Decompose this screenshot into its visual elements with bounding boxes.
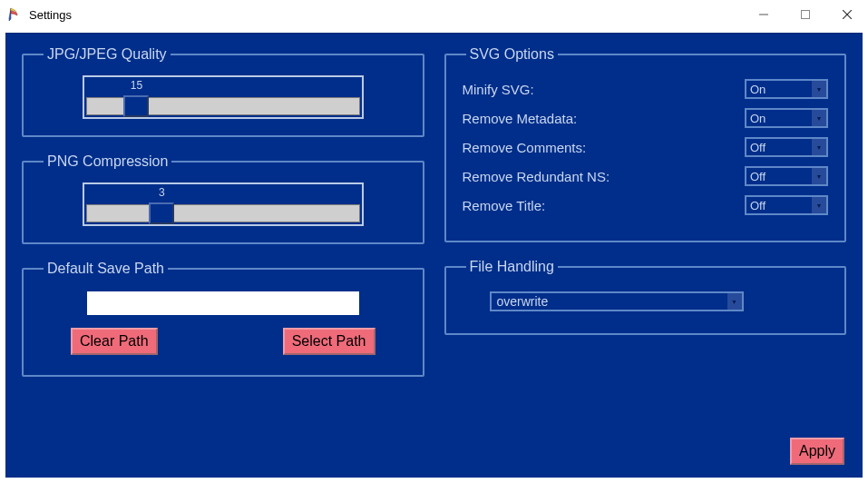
svg-remove-comments-row: Remove Comments: Off ▼	[463, 137, 829, 157]
client-area: JPG/JPEG Quality 15 PNG Compression 3	[5, 33, 863, 478]
png-compression-value: 3	[159, 186, 165, 199]
svg-remove-comments-label: Remove Comments:	[463, 140, 587, 155]
select-value: Off	[750, 141, 766, 154]
window-title: Settings	[29, 8, 72, 22]
svg-remove-comments-select[interactable]: Off ▼	[745, 137, 828, 157]
chevron-down-icon: ▼	[812, 81, 826, 97]
svg-remove-title-row: Remove Title: Off ▼	[463, 195, 829, 215]
select-value: overwrite	[497, 294, 549, 309]
close-button[interactable]	[826, 0, 868, 29]
svg-remove-redundant-ns-row: Remove Redundant NS: Off ▼	[463, 166, 829, 186]
jpg-quality-value: 15	[131, 79, 142, 92]
right-column: SVG Options Minify SVG: On ▼ Remove Meta…	[444, 46, 847, 393]
file-handling-select[interactable]: overwrite ▼	[490, 291, 744, 311]
svg-remove-title-select[interactable]: Off ▼	[745, 195, 828, 215]
chevron-down-icon: ▼	[812, 168, 826, 184]
jpg-quality-legend: JPG/JPEG Quality	[44, 46, 171, 63]
file-handling-legend: File Handling	[466, 259, 558, 275]
svg-remove-metadata-label: Remove Metadata:	[463, 111, 578, 126]
svg-rect-1	[802, 11, 810, 19]
minimize-button[interactable]	[743, 0, 785, 29]
chevron-down-icon: ▼	[812, 110, 826, 126]
titlebar: Settings	[0, 0, 868, 29]
select-value: Off	[750, 170, 766, 183]
left-column: JPG/JPEG Quality 15 PNG Compression 3	[22, 46, 424, 393]
png-compression-legend: PNG Compression	[44, 153, 171, 170]
slider-knob[interactable]	[123, 95, 149, 117]
svg-options-group: SVG Options Minify SVG: On ▼ Remove Meta…	[444, 46, 847, 242]
select-value: On	[750, 83, 766, 96]
save-path-input[interactable]	[87, 291, 359, 315]
chevron-down-icon: ▼	[812, 139, 826, 155]
svg-minify-row: Minify SVG: On ▼	[463, 79, 829, 99]
svg-minify-label: Minify SVG:	[463, 82, 534, 97]
jpg-quality-group: JPG/JPEG Quality 15	[22, 46, 424, 137]
chevron-down-icon: ▼	[727, 293, 742, 310]
jpg-quality-slider[interactable]: 15	[83, 75, 364, 119]
select-value: Off	[750, 199, 766, 212]
svg-remove-metadata-row: Remove Metadata: On ▼	[463, 108, 829, 128]
svg-remove-title-label: Remove Title:	[463, 198, 546, 213]
default-save-path-group: Default Save Path Clear Path Select Path	[22, 261, 424, 377]
select-path-button[interactable]: Select Path	[283, 328, 375, 355]
apply-button[interactable]: Apply	[790, 438, 844, 465]
chevron-down-icon: ▼	[812, 197, 826, 213]
maximize-button[interactable]	[785, 0, 826, 29]
svg-minify-select[interactable]: On ▼	[745, 79, 828, 99]
svg-remove-redundant-ns-select[interactable]: Off ▼	[745, 166, 828, 186]
app-icon	[7, 7, 22, 22]
file-handling-group: File Handling overwrite ▼	[444, 259, 847, 335]
png-compression-slider[interactable]: 3	[83, 182, 364, 226]
slider-knob[interactable]	[149, 202, 174, 224]
select-value: On	[750, 112, 766, 125]
svg-remove-metadata-select[interactable]: On ▼	[745, 108, 828, 128]
default-save-path-legend: Default Save Path	[44, 261, 168, 277]
svg-remove-redundant-ns-label: Remove Redundant NS:	[463, 169, 610, 184]
svg-options-legend: SVG Options	[466, 46, 558, 63]
slider-track	[86, 204, 360, 222]
settings-window: Settings JPG/JPEG Quality 15	[0, 0, 868, 483]
png-compression-group: PNG Compression 3	[22, 153, 424, 244]
clear-path-button[interactable]: Clear Path	[71, 328, 158, 355]
